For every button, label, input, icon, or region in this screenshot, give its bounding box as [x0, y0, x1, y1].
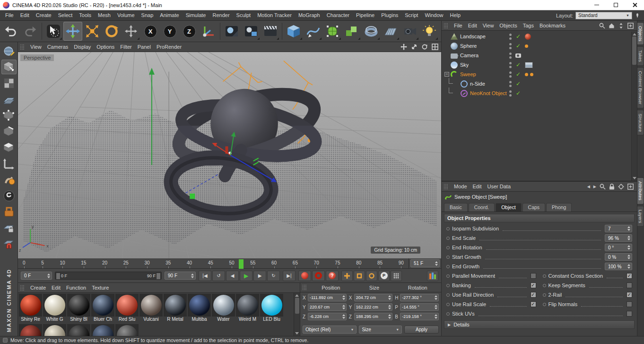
- history-back-icon[interactable]: ◀: [587, 185, 590, 189]
- material-thumbnail[interactable]: [139, 294, 163, 317]
- view-label[interactable]: Perspective: [20, 54, 54, 61]
- material-thumbnail[interactable]: [188, 294, 211, 317]
- object-row[interactable]: − Sky ✓: [442, 60, 631, 70]
- key-rotation-button[interactable]: [366, 271, 377, 281]
- object-row[interactable]: − NeoKnot Object ✓: [442, 88, 631, 98]
- light-object-button[interactable]: [420, 22, 439, 41]
- workplane-mode-button[interactable]: [1, 92, 17, 106]
- visibility-dots[interactable]: [509, 62, 512, 68]
- snap-workplane-button[interactable]: [1, 237, 17, 251]
- menu-item[interactable]: Plugins: [378, 10, 401, 20]
- add-box-icon[interactable]: [627, 23, 634, 29]
- edge-tab[interactable]: Layers: [637, 206, 644, 227]
- material-item-partial[interactable]: [19, 324, 42, 336]
- attribute-tab[interactable]: Caps: [522, 203, 546, 212]
- array-generator-button[interactable]: [342, 22, 361, 41]
- visibility-dots[interactable]: [509, 34, 512, 40]
- visibility-dots[interactable]: [509, 71, 512, 78]
- key-scale-button[interactable]: [354, 271, 365, 281]
- menu-item[interactable]: File: [2, 10, 17, 20]
- render-to-picture-viewer-button[interactable]: [242, 22, 261, 41]
- checkbox[interactable]: ✓: [627, 282, 632, 288]
- material-name[interactable]: Shiny Bl: [67, 317, 90, 323]
- spinner-arrows-icon[interactable]: [191, 273, 194, 278]
- scrollbar-thumb[interactable]: [632, 36, 636, 65]
- spinner-arrows-icon[interactable]: [435, 295, 437, 300]
- coordinate-input[interactable]: 162.222 cm: [354, 303, 393, 311]
- rotate-view-icon[interactable]: [421, 44, 428, 50]
- material-thumbnail[interactable]: [91, 294, 114, 317]
- coordinate-input[interactable]: 204.72 cm: [354, 294, 393, 301]
- scroll-down-icon[interactable]: [633, 177, 636, 179]
- keyframe-dot-icon[interactable]: [543, 284, 546, 287]
- texture-mode-button[interactable]: [1, 76, 17, 90]
- menu-item[interactable]: Snap: [138, 10, 157, 20]
- viewport-3d[interactable]: x y z Perspective Grid Spacing: 10 cm: [18, 52, 441, 258]
- menu-item[interactable]: Motion Tracker: [254, 10, 295, 20]
- size-mode-dropdown[interactable]: Size ▼: [359, 326, 402, 334]
- spinner-arrows-icon[interactable]: [388, 314, 391, 319]
- toggle-views-icon[interactable]: [432, 44, 438, 50]
- menu-item[interactable]: Simulate: [183, 10, 209, 20]
- spinner-arrows-icon[interactable]: [388, 305, 391, 309]
- keyframe-dot-icon[interactable]: [543, 293, 546, 297]
- history-forward-icon[interactable]: ▶: [593, 185, 596, 189]
- material-thumbnail[interactable]: [19, 294, 42, 317]
- keyframe-dot-icon[interactable]: [446, 237, 450, 240]
- details-expander[interactable]: ▶ Details: [444, 320, 635, 329]
- material-thumbnail[interactable]: [67, 324, 90, 336]
- keyframe-dot-icon[interactable]: [543, 303, 546, 306]
- material-thumbnail[interactable]: [91, 324, 114, 336]
- material-item-partial[interactable]: [67, 324, 90, 336]
- autokeying-button[interactable]: [312, 271, 325, 281]
- home-icon[interactable]: [609, 23, 615, 29]
- keyframe-dot-icon[interactable]: [446, 312, 450, 316]
- object-tag-icon[interactable]: [525, 44, 528, 48]
- visibility-dots[interactable]: [509, 43, 512, 49]
- x-axis-lock-button[interactable]: X: [141, 22, 160, 41]
- preview-range-slider[interactable]: 0 F 90 F: [55, 272, 162, 280]
- attribute-menu-item[interactable]: User Data: [485, 184, 514, 189]
- viewport-menu-item[interactable]: Display: [71, 44, 94, 50]
- enabled-check-icon[interactable]: ✓: [515, 81, 521, 87]
- goto-end-button[interactable]: ▶|: [283, 271, 296, 281]
- material-item[interactable]: Shiny Re: [19, 294, 42, 323]
- material-item[interactable]: Red Slu: [115, 294, 139, 323]
- property-input[interactable]: 0 °: [605, 244, 632, 251]
- object-name[interactable]: Sphere: [460, 43, 477, 49]
- search-icon[interactable]: [600, 184, 606, 190]
- object-manager-menu-item[interactable]: Tags: [520, 23, 537, 28]
- edge-tab[interactable]: Content Browser: [637, 67, 644, 108]
- enabled-check-icon[interactable]: ✓: [515, 71, 521, 77]
- add-box-icon[interactable]: [627, 184, 634, 190]
- object-tag-icon[interactable]: [525, 62, 533, 68]
- range-end-field[interactable]: 90 F: [165, 272, 196, 280]
- spinner-arrows-icon[interactable]: [435, 305, 437, 309]
- material-item-partial[interactable]: [91, 324, 114, 336]
- enable-axis-button[interactable]: [1, 172, 17, 187]
- z-axis-lock-button[interactable]: Z: [180, 22, 199, 41]
- last-tool-button[interactable]: [122, 22, 140, 41]
- object-row[interactable]: − n-Side ✓: [442, 79, 631, 88]
- edge-tab[interactable]: Attributes: [637, 177, 644, 204]
- rotate-tool-button[interactable]: [102, 22, 121, 41]
- material-item[interactable]: Bluer Ch: [91, 294, 114, 323]
- transport-button[interactable]: |◀: [199, 271, 211, 281]
- coordinate-input[interactable]: -14.555 °: [400, 303, 439, 311]
- spinner-arrows-icon[interactable]: [627, 264, 630, 269]
- points-mode-button[interactable]: [1, 108, 17, 123]
- edit-render-settings-button[interactable]: [261, 22, 280, 41]
- material-scrollbar[interactable]: [294, 293, 300, 336]
- move-tool-button[interactable]: [63, 22, 82, 41]
- transport-button[interactable]: ▶: [240, 271, 252, 281]
- attribute-menu-item[interactable]: Mode: [451, 184, 470, 189]
- enabled-check-icon[interactable]: ✓: [515, 62, 521, 68]
- material-item[interactable]: LED Blu: [260, 294, 283, 323]
- material-thumbnail[interactable]: [115, 324, 139, 336]
- dolly-view-icon[interactable]: [411, 44, 418, 50]
- scroll-up-icon[interactable]: [295, 294, 299, 297]
- layout-dropdown[interactable]: Standard▼: [575, 12, 632, 19]
- object-name[interactable]: NeoKnot Object: [470, 90, 507, 96]
- target-icon[interactable]: [618, 184, 624, 190]
- polygons-mode-button[interactable]: [1, 140, 17, 155]
